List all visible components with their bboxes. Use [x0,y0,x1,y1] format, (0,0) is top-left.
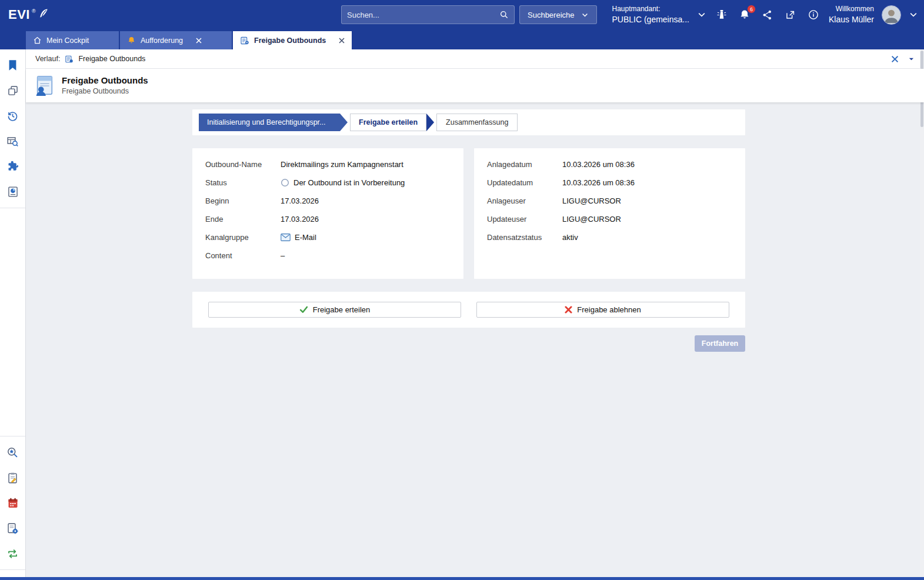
user-avatar[interactable] [882,5,901,25]
sidebar-saved-search-button[interactable] [6,445,20,459]
client-chevron-down-icon[interactable] [697,10,706,19]
wizard-step-label: Zusammenfassung [446,118,508,126]
field-value: Direktmailings zum Kampagnenstart [281,160,403,169]
field-value: LIGU@CURSOR [562,196,621,205]
field-value: 10.03.2026 um 08:36 [562,178,635,187]
logo-text: EVI [8,7,30,22]
x-icon [565,306,572,314]
tab-label: Freigabe Outbounds [254,36,326,45]
sidebar-report-button[interactable] [6,185,20,199]
detail-row: Status Der Outbound ist in Vorbereitung [205,176,451,189]
reject-button[interactable]: Freigabe ablehnen [476,302,729,318]
home-icon [33,36,42,45]
close-icon[interactable] [891,55,899,63]
global-search [341,5,515,24]
field-label: Updatedatum [487,178,562,187]
detail-row: Kanalgruppe E-Mail [205,231,451,244]
wizard-step-label: Initialisierung und Berechtigungspr... [207,118,326,126]
workspace: Verlauf: Freigabe Outbounds Freigabe Out… [0,49,924,577]
approve-button[interactable]: Freigabe erteilen [208,302,461,318]
notifications-button[interactable]: 6 [737,7,752,22]
tab-freigabe-outbounds[interactable]: Freigabe Outbounds [233,31,352,49]
field-value: 10.03.2026 um 08:36 [562,160,635,169]
info-icon [808,9,819,21]
field-value: 17.03.2026 [281,215,319,224]
info-button[interactable] [806,7,821,22]
continue-row: Fortfahren [192,335,745,352]
clipboard-edit-icon [7,472,18,484]
detail-row: Ende 17.03.2026 [205,213,451,225]
tab-close-button[interactable] [339,38,345,44]
calendar-icon [7,497,19,509]
field-label: Anlagedatum [487,160,562,169]
wizard-step-initialisierung[interactable]: Initialisierung und Berechtigungspr... [199,114,348,131]
tab-label: Mein Cockpit [46,36,89,45]
copies-icon [7,85,19,96]
main-client-selector[interactable]: Hauptmandant: PUBLIC (gemeinsa... [612,5,689,25]
outbound-doc-icon [65,55,74,64]
field-value: aktiv [562,233,578,242]
sidebar-document-settings-button[interactable] [6,521,20,535]
sidebar-sync-button[interactable] [6,546,20,561]
tab-close-button[interactable] [196,38,202,44]
chevron-down-icon[interactable] [908,56,915,62]
status-text: Der Outbound ist in Vorbereitung [293,178,405,187]
vertical-scrollbar[interactable] [920,49,924,577]
sidebar-bookmarks-button[interactable] [6,58,20,72]
wizard-step-zusammenfassung[interactable]: Zusammenfassung [436,114,518,131]
app-logo: EVI® [0,7,49,22]
tab-label: Aufforderung [141,36,183,45]
history-breadcrumb-row: Verlauf: Freigabe Outbounds [26,49,924,69]
user-menu-chevron-icon[interactable] [909,10,918,19]
logo-registered-mark: ® [32,8,36,14]
user-name: Klaus Müller [829,14,874,25]
breadcrumb-item[interactable]: Freigabe Outbounds [78,55,145,63]
tab-aufforderung[interactable]: Aufforderung [120,31,232,49]
close-icon [196,38,202,44]
welcome-label: Willkommen [829,5,874,14]
search-input[interactable] [347,11,499,19]
window-bottom-bar [0,577,924,580]
detail-row: Datensatzstatus aktiv [487,231,732,244]
close-icon [339,38,345,44]
field-value: E-Mail [281,233,316,242]
open-external-button[interactable] [783,7,798,22]
chevron-down-icon [581,11,589,19]
alert-icon [127,36,136,45]
search-icon[interactable] [499,10,509,19]
page-title: Freigabe Outbounds [62,75,148,86]
bookmark-icon [8,59,18,71]
field-value: LIGU@CURSOR [562,215,621,224]
share-icon [762,9,773,21]
wizard-steps: Initialisierung und Berechtigungspr... F… [199,114,739,131]
lighthouse-button[interactable] [714,7,729,22]
sidebar-divider [0,569,25,570]
wizard-step-arrow-icon [426,114,434,131]
field-value: – [281,251,285,260]
outbound-details-card: Outbound-Name Direktmailings zum Kampagn… [192,148,463,279]
tab-mein-cockpit[interactable]: Mein Cockpit [26,31,119,49]
saved-search-icon [6,446,19,459]
sidebar-clipboard-button[interactable] [6,471,20,485]
field-label: Kanalgruppe [205,233,281,242]
outbound-record-icon [33,75,55,97]
field-label: Ende [205,215,281,224]
field-label: Anlageuser [487,196,562,205]
record-metadata-card: Anlagedatum 10.03.2026 um 08:36 Updateda… [474,148,745,279]
sidebar-plugins-button[interactable] [6,159,20,174]
topbar-right-cluster: Hauptmandant: PUBLIC (gemeinsa... 6 Wi [612,0,918,29]
tab-bar: Mein Cockpit Aufforderung Freigabe Outbo… [0,29,924,49]
sidebar-history-button[interactable] [6,109,20,123]
share-button[interactable] [760,7,775,22]
topbar: EVI® Suchbereiche Hauptmandant: PUBLIC (… [0,0,924,29]
wizard-steps-card: Initialisierung und Berechtigungspr... F… [192,109,745,135]
search-scope-button[interactable]: Suchbereiche [519,5,597,24]
sync-icon [6,548,19,559]
wizard-step-freigabe-erteilen[interactable]: Freigabe erteilen [350,114,434,131]
continue-button[interactable]: Fortfahren [695,335,745,352]
verlauf-label: Verlauf: [35,55,60,63]
lighthouse-icon [716,9,728,21]
sidebar-copies-button[interactable] [6,84,20,98]
sidebar-calendar-button[interactable] [6,496,20,510]
sidebar-table-search-button[interactable] [6,134,20,148]
